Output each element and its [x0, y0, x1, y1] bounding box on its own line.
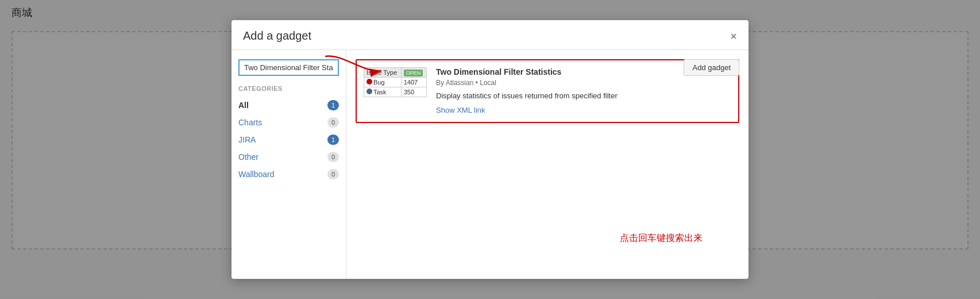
gadget-source: By Atlassian • Local: [436, 79, 731, 87]
modal-overlay: Add a gadget × CATEGORIES All 1 Charts 0: [0, 0, 980, 299]
categories-label: CATEGORIES: [232, 85, 346, 97]
category-name-wallboard: Wallboard: [238, 170, 275, 179]
category-item-jira[interactable]: JIRA 1: [232, 131, 346, 148]
bug-icon: [366, 79, 372, 85]
preview-row-bug: Bug 1407: [364, 78, 427, 87]
category-count-charts: 0: [327, 117, 339, 128]
preview-task-count: 350: [401, 87, 426, 97]
category-name-charts: Charts: [238, 118, 262, 127]
category-count-other: 0: [327, 152, 339, 162]
modal-title: Add a gadget: [243, 29, 311, 43]
modal-dialog: Add a gadget × CATEGORIES All 1 Charts 0: [232, 20, 748, 279]
category-count-jira: 1: [327, 135, 339, 145]
category-item-charts[interactable]: Charts 0: [232, 114, 346, 131]
preview-header-status: OPEN: [401, 68, 426, 78]
gadget-card: Issue Type OPEN Bug 1407: [356, 59, 739, 123]
search-input[interactable]: [238, 59, 339, 76]
category-count-all: 1: [327, 100, 339, 110]
gadget-preview: Issue Type OPEN Bug 1407: [364, 67, 427, 115]
preview-row-task: Task 350: [364, 87, 427, 97]
gadget-description: Display statistics of issues returned fr…: [436, 91, 731, 100]
left-panel: CATEGORIES All 1 Charts 0 JIRA 1: [232, 50, 346, 279]
preview-bug-count: 1407: [401, 78, 426, 87]
category-item-wallboard[interactable]: Wallboard 0: [232, 166, 346, 183]
preview-bug-label: Bug: [364, 78, 402, 87]
search-box: [238, 59, 339, 76]
add-gadget-button[interactable]: Add gadget: [684, 59, 739, 76]
category-item-other[interactable]: Other 0: [232, 148, 346, 166]
task-icon: [366, 89, 372, 94]
category-name-other: Other: [238, 152, 258, 162]
category-count-wallboard: 0: [327, 169, 339, 179]
open-badge: OPEN: [404, 70, 423, 76]
modal-body: CATEGORIES All 1 Charts 0 JIRA 1: [232, 50, 748, 279]
annotation-text: 点击回车键搜索出来: [620, 232, 703, 244]
preview-task-label: Task: [364, 87, 402, 97]
modal-header: Add a gadget ×: [232, 20, 748, 50]
preview-table: Issue Type OPEN Bug 1407: [364, 67, 427, 97]
right-panel: Add gadget Issue Type OPEN: [346, 50, 748, 279]
category-item-all[interactable]: All 1: [232, 97, 346, 114]
category-name-jira: JIRA: [238, 135, 256, 144]
category-name-all: All: [238, 101, 249, 110]
modal-close-button[interactable]: ×: [730, 30, 737, 42]
preview-header-type: Issue Type: [364, 68, 402, 78]
show-xml-link[interactable]: Show XML link: [436, 106, 485, 114]
